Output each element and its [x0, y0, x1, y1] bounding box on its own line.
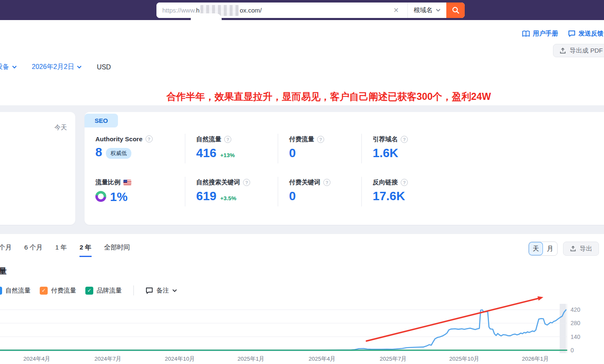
metric-organic-keywords: 自然搜索关键词? 619+3.5%	[185, 177, 278, 206]
metric-value: 8	[95, 146, 102, 158]
metric-value: 0	[289, 147, 296, 159]
export-upload-icon	[559, 47, 566, 54]
metric-value: 1.6K	[373, 147, 398, 159]
notes-bubble-icon	[146, 287, 153, 294]
side-summary-card: 今天	[0, 112, 75, 225]
granularity-day-button[interactable]: 天	[529, 242, 543, 255]
metric-change: +3.5%	[220, 195, 236, 201]
export-chart-button[interactable]: 导出	[563, 242, 599, 256]
range-tab-alltime[interactable]: 全部时间	[104, 243, 130, 257]
info-icon[interactable]: ?	[401, 179, 408, 186]
legend-label: 付费流量	[51, 287, 76, 295]
notes-label: 备注	[156, 287, 169, 295]
range-tab-1month[interactable]: 1 个月	[0, 243, 12, 257]
today-label: 今天	[54, 124, 67, 132]
info-icon[interactable]: ?	[146, 135, 153, 143]
metric-label: 反向链接	[373, 178, 398, 186]
metric-value: 0	[289, 190, 296, 202]
chevron-down-icon	[172, 289, 177, 292]
metric-label: 付费流量	[289, 135, 314, 143]
red-annotation-text: 合作半年，效果直显拉升，显而易见，客户自己阐述已获客300个，盈利24W	[166, 90, 491, 103]
url-protocol-text: https://www.	[162, 7, 196, 14]
export-pdf-label: 导出成 PDF	[570, 47, 603, 55]
chevron-down-icon	[77, 66, 82, 69]
date-filter-dropdown[interactable]: 2026年2月2日	[32, 63, 82, 71]
metric-label: 流量比例	[95, 178, 120, 186]
url-domain-start: h	[196, 7, 200, 14]
metric-referring-domains: 引荐域名? 1.6K	[361, 134, 603, 163]
book-icon	[522, 31, 530, 37]
legend-brand-traffic[interactable]: ✓ 品牌流量	[85, 287, 122, 295]
range-tab-2years[interactable]: 2 年	[79, 243, 91, 257]
domain-search-group: https://www.h ox.com/ ✕ 根域名	[156, 3, 465, 18]
search-icon	[452, 6, 460, 14]
granularity-toggle: 天 月	[528, 242, 558, 256]
info-icon[interactable]: ?	[401, 136, 408, 143]
tab-seo[interactable]: SEO	[84, 114, 118, 127]
metric-label: 付费关键词	[289, 178, 320, 186]
chart-legend: ✓ 自然流量 ✓ 付费流量 ✓ 品牌流量 备注	[0, 285, 177, 295]
info-icon[interactable]: ?	[317, 136, 324, 143]
chevron-down-icon	[436, 9, 440, 12]
metric-label: Authority Score	[95, 135, 143, 143]
metric-value: 1%	[110, 191, 128, 203]
top-header-bar: https://www.h ox.com/ ✕ 根域名	[0, 0, 604, 20]
range-tab-1year[interactable]: 1 年	[55, 243, 67, 257]
legend-label: 自然流量	[5, 287, 31, 295]
device-filter-dropdown[interactable]: 设备	[0, 63, 17, 71]
legend-paid-traffic[interactable]: ✓ 付费流量	[40, 287, 76, 295]
metric-authority-score: Authority Score? 8权威低	[84, 134, 185, 163]
overview-section: 今天 SEO Authority Score? 8权威低 自然流量? 416+1…	[0, 105, 604, 234]
date-filter-value: 2026年2月2日	[32, 63, 74, 71]
chevron-down-icon	[12, 66, 17, 69]
metric-label: 引荐域名	[373, 135, 398, 143]
checkbox-checked-icon[interactable]: ✓	[85, 287, 93, 295]
metric-value: 416	[196, 147, 216, 159]
time-range-tabs: 1 个月 6 个月 1 年 2 年 全部时间	[0, 243, 130, 257]
send-feedback-link[interactable]: 发送反馈	[568, 30, 604, 38]
search-scope-value: 根域名	[414, 6, 433, 14]
metric-paid-traffic: 付费流量? 0	[278, 134, 361, 163]
metric-grid: Authority Score? 8权威低 自然流量? 416+13% 付费流量…	[84, 134, 603, 206]
granularity-month-button[interactable]: 月	[543, 242, 557, 255]
legend-divider	[133, 285, 134, 295]
chart-right-highlight-band	[560, 304, 566, 353]
clear-input-icon[interactable]: ✕	[389, 6, 403, 14]
metric-organic-traffic: 自然流量? 416+13%	[185, 134, 278, 163]
domain-url-input[interactable]: https://www.h ox.com/ ✕	[156, 3, 407, 18]
legend-organic-traffic[interactable]: ✓ 自然流量	[0, 287, 31, 295]
seo-overview-card: SEO Authority Score? 8权威低 自然流量? 416+13% …	[84, 112, 604, 225]
info-icon[interactable]: ?	[323, 179, 330, 186]
url-redaction-blob	[191, 13, 222, 25]
metric-change: +13%	[220, 152, 235, 158]
range-tab-6months[interactable]: 6 个月	[24, 243, 43, 257]
search-button[interactable]	[446, 3, 465, 18]
metric-label: 自然流量	[196, 135, 221, 143]
user-manual-label: 用户手册	[533, 30, 558, 38]
user-manual-link[interactable]: 用户手册	[522, 30, 558, 38]
metric-backlinks: 反向链接? 17.6K	[361, 177, 603, 206]
info-icon[interactable]: ?	[243, 179, 250, 186]
search-scope-select[interactable]: 根域名	[407, 3, 446, 18]
notes-dropdown[interactable]: 备注	[146, 287, 177, 295]
metric-value: 619	[196, 190, 216, 202]
feedback-bubble-icon	[568, 30, 576, 37]
device-filter-label: 设备	[0, 63, 9, 71]
checkbox-checked-icon[interactable]: ✓	[0, 287, 2, 295]
send-feedback-label: 发送反馈	[578, 30, 604, 38]
traffic-share-donut	[95, 191, 106, 202]
us-flag-icon	[123, 180, 131, 185]
legend-label: 品牌流量	[97, 287, 122, 295]
traffic-section-title: 流量	[0, 266, 7, 277]
export-chart-label: 导出	[580, 245, 592, 253]
info-icon[interactable]: ?	[224, 136, 231, 143]
checkbox-checked-icon[interactable]: ✓	[40, 287, 48, 295]
currency-label: USD	[97, 64, 111, 71]
export-pdf-button[interactable]: 导出成 PDF	[553, 44, 604, 57]
metric-label: 自然搜索关键词	[196, 178, 240, 186]
traffic-chart-section: 1 个月 6 个月 1 年 2 年 全部时间 天 月 导出 流量 ✓ 自然流量 …	[0, 234, 604, 364]
metric-paid-keywords: 付费关键词? 0	[278, 177, 361, 206]
export-upload-icon	[570, 245, 576, 252]
metric-value: 17.6K	[373, 190, 405, 202]
url-domain-end: ox.com/	[240, 7, 262, 14]
